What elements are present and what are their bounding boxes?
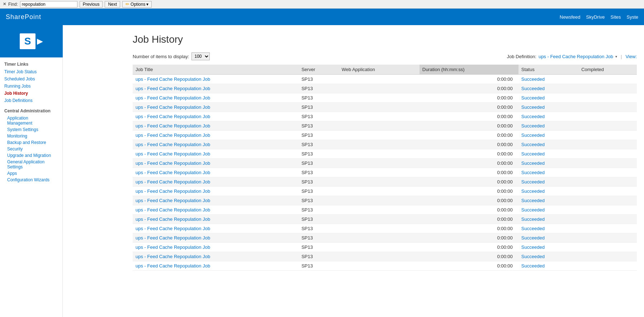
status-badge: Succeeded (521, 86, 545, 91)
job-title-link[interactable]: ups - Feed Cache Repopulation Job (136, 179, 210, 185)
central-admin-title: Central Administration (0, 104, 62, 115)
job-title-link[interactable]: ups - Feed Cache Repopulation Job (136, 86, 210, 91)
sidebar-item-security[interactable]: Security (0, 146, 62, 152)
job-title-link[interactable]: ups - Feed Cache Repopulation Job (136, 188, 210, 194)
main-container: Timer Links Timer Job Status Scheduled J… (0, 25, 644, 317)
sharepoint-logo: SharePoint (6, 13, 41, 21)
nav-sites[interactable]: Sites (611, 14, 621, 20)
logo-panel: S ▶ (0, 25, 63, 57)
col-web-application[interactable]: Web Application (339, 65, 420, 75)
table-row: ups - Feed Cache Repopulation Job SP13 0… (133, 121, 637, 131)
job-title-link[interactable]: ups - Feed Cache Repopulation Job (136, 114, 210, 119)
job-title-link[interactable]: ups - Feed Cache Repopulation Job (136, 170, 210, 175)
table-row: ups - Feed Cache Repopulation Job SP13 0… (133, 243, 637, 252)
items-count-select[interactable]: 100 50 25 10 (191, 52, 210, 60)
table-row: ups - Feed Cache Repopulation Job SP13 0… (133, 84, 637, 93)
job-title-link[interactable]: ups - Feed Cache Repopulation Job (136, 95, 210, 101)
content-area: Job History Number of items to display: … (126, 25, 644, 317)
status-badge: Succeeded (521, 170, 545, 175)
status-badge: Succeeded (521, 244, 545, 250)
job-def-dropdown-icon[interactable]: ▾ (615, 55, 617, 59)
job-title-link[interactable]: ups - Feed Cache Repopulation Job (136, 207, 210, 213)
job-title-link[interactable]: ups - Feed Cache Repopulation Job (136, 235, 210, 241)
job-table-body: ups - Feed Cache Repopulation Job SP13 0… (133, 75, 637, 271)
table-row: ups - Feed Cache Repopulation Job SP13 0… (133, 233, 637, 243)
view-label[interactable]: View: (625, 54, 637, 59)
controls-row: Number of items to display: 100 50 25 10… (133, 52, 637, 60)
table-row: ups - Feed Cache Repopulation Job SP13 0… (133, 215, 637, 224)
status-badge: Succeeded (521, 114, 545, 119)
sidebar-item-app-management[interactable]: ApplicationManagement (0, 115, 62, 126)
sidebar-item-upgrade-migration[interactable]: Upgrade and Migration (0, 152, 62, 159)
status-badge: Succeeded (521, 198, 545, 203)
status-badge: Succeeded (521, 226, 545, 231)
sidebar-item-apps[interactable]: Apps (0, 170, 62, 177)
chevron-down-icon: ▾ (146, 2, 148, 7)
job-title-link[interactable]: ups - Feed Cache Repopulation Job (136, 254, 210, 259)
nav-newsfeed[interactable]: Newsfeed (560, 14, 581, 20)
sidebar-item-job-definitions[interactable]: Job Definitions (0, 97, 62, 104)
job-title-link[interactable]: ups - Feed Cache Repopulation Job (136, 104, 210, 110)
job-title-link[interactable]: ups - Feed Cache Repopulation Job (136, 263, 210, 269)
sharepoint-s-logo: S (20, 33, 35, 49)
job-def-row: Job Definition: ups - Feed Cache Repopul… (507, 54, 637, 59)
table-row: ups - Feed Cache Repopulation Job SP13 0… (133, 75, 637, 84)
find-options-button[interactable]: ✏ Options ▾ (122, 1, 152, 8)
find-close-button[interactable]: ✕ (3, 2, 6, 6)
table-row: ups - Feed Cache Repopulation Job SP13 0… (133, 261, 637, 271)
job-title-link[interactable]: ups - Feed Cache Repopulation Job (136, 244, 210, 250)
logo-arrow-icon: ▶ (37, 37, 43, 46)
job-history-table: Job Title Server Web Application Duratio… (133, 65, 637, 271)
top-nav-links: Newsfeed SkyDrive Sites Syste (560, 14, 638, 20)
status-badge: Succeeded (521, 95, 545, 101)
col-duration[interactable]: Duration (hh:mm:ss) (420, 65, 518, 75)
sidebar-item-config-wizards[interactable]: Configuration Wizards (0, 177, 62, 183)
sidebar-item-timer-job-status[interactable]: Timer Job Status (0, 68, 62, 75)
items-display-label: Number of items to display: (133, 54, 189, 59)
nav-skydrive[interactable]: SkyDrive (586, 14, 605, 20)
table-row: ups - Feed Cache Repopulation Job SP13 0… (133, 196, 637, 205)
sidebar-item-running-jobs[interactable]: Running Jobs (0, 83, 62, 90)
col-status[interactable]: Status (518, 65, 578, 75)
status-badge: Succeeded (521, 123, 545, 129)
sidebar-item-general-app-settings[interactable]: General ApplicationSettings (0, 159, 62, 170)
job-title-link[interactable]: ups - Feed Cache Repopulation Job (136, 142, 210, 147)
job-title-link[interactable]: ups - Feed Cache Repopulation Job (136, 132, 210, 138)
status-badge: Succeeded (521, 207, 545, 213)
table-row: ups - Feed Cache Repopulation Job SP13 0… (133, 159, 637, 168)
job-def-link[interactable]: ups - Feed Cache Repopulation Job (539, 54, 613, 59)
find-previous-button[interactable]: Previous (80, 1, 103, 8)
status-badge: Succeeded (521, 179, 545, 185)
find-next-button[interactable]: Next (105, 1, 120, 8)
top-nav: SharePoint Newsfeed SkyDrive Sites Syste (0, 9, 644, 25)
status-badge: Succeeded (521, 151, 545, 157)
sidebar-item-system-settings[interactable]: System Settings (0, 126, 62, 133)
col-server[interactable]: Server (299, 65, 339, 75)
nav-system[interactable]: Syste (626, 14, 638, 20)
job-title-link[interactable]: ups - Feed Cache Repopulation Job (136, 151, 210, 157)
sidebar: Timer Links Timer Job Status Scheduled J… (0, 25, 63, 317)
status-badge: Succeeded (521, 216, 545, 222)
table-row: ups - Feed Cache Repopulation Job SP13 0… (133, 252, 637, 261)
job-def-label: Job Definition: (507, 54, 536, 59)
job-title-link[interactable]: ups - Feed Cache Repopulation Job (136, 198, 210, 203)
col-job-title[interactable]: Job Title (133, 65, 299, 75)
job-title-link[interactable]: ups - Feed Cache Repopulation Job (136, 123, 210, 129)
status-badge: Succeeded (521, 263, 545, 269)
find-input[interactable] (20, 1, 77, 8)
sidebar-item-backup-restore[interactable]: Backup and Restore (0, 139, 62, 146)
status-badge: Succeeded (521, 160, 545, 166)
job-title-link[interactable]: ups - Feed Cache Repopulation Job (136, 226, 210, 231)
col-completed[interactable]: Completed (578, 65, 637, 75)
page-title: Job History (133, 34, 637, 45)
sidebar-item-scheduled-jobs[interactable]: Scheduled Jobs (0, 75, 62, 83)
status-badge: Succeeded (521, 254, 545, 259)
sidebar-item-monitoring[interactable]: Monitoring (0, 133, 62, 139)
job-title-link[interactable]: ups - Feed Cache Repopulation Job (136, 76, 210, 82)
job-title-link[interactable]: ups - Feed Cache Repopulation Job (136, 216, 210, 222)
sidebar-item-job-history[interactable]: Job History (0, 90, 62, 97)
table-row: ups - Feed Cache Repopulation Job SP13 0… (133, 112, 637, 121)
table-row: ups - Feed Cache Repopulation Job SP13 0… (133, 131, 637, 140)
job-title-link[interactable]: ups - Feed Cache Repopulation Job (136, 160, 210, 166)
table-row: ups - Feed Cache Repopulation Job SP13 0… (133, 168, 637, 177)
